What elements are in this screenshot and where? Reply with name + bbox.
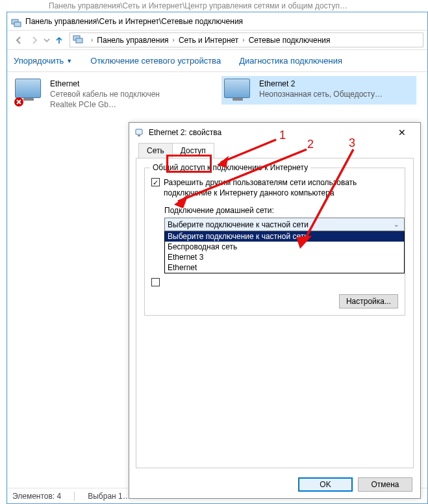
item-count: Элементов: 4 — [12, 492, 61, 501]
connection-item-ethernet[interactable]: Ethernet Сетевой кабель не подключен Rea… — [15, 79, 210, 110]
ok-button[interactable]: OK — [298, 477, 353, 492]
combo-option[interactable]: Выберите подключение к частной сети — [165, 231, 404, 242]
adapter-icon — [224, 79, 253, 102]
chevron-right-icon: › — [242, 36, 244, 44]
dialog-tabs: Сеть Доступ — [129, 143, 420, 158]
group-legend: Общий доступ к подключению к Интернету — [150, 163, 310, 172]
dialog-buttons: OK Отмена — [298, 477, 412, 492]
diagnose-button[interactable]: Диагностика подключения — [239, 56, 342, 66]
adapter-icon — [15, 79, 44, 102]
window-titlebar: Панель управления\Сеть и Интернет\Сетевы… — [7, 12, 427, 31]
connection-status: Неопознанная сеть, Общедосту… — [259, 89, 383, 99]
connection-name: Ethernet — [50, 79, 160, 89]
breadcrumb-bar[interactable]: › Панель управления › Сеть и Интернет › … — [69, 32, 423, 47]
status-separator — [74, 492, 75, 501]
dialog-panel: Общий доступ к подключению к Интернету ✓… — [136, 158, 414, 468]
chevron-right-icon: › — [173, 36, 175, 44]
connection-status: Сетевой кабель не подключен — [50, 89, 160, 99]
chevron-right-icon: › — [91, 36, 93, 44]
disable-device-button[interactable]: Отключение сетевого устройства — [90, 56, 221, 66]
combo-dropdown-list: Выберите подключение к частной сети Бесп… — [164, 231, 405, 273]
close-button[interactable]: ✕ — [389, 123, 415, 142]
home-network-label: Подключение домашней сети: — [164, 206, 398, 215]
allow-sharing-label: Разрешить другим пользователям сети испо… — [164, 177, 398, 198]
combo-box[interactable]: Выберите подключение к частной сети ⌄ — [164, 218, 405, 231]
nav-forward-button — [27, 32, 42, 48]
svg-rect-6 — [138, 135, 140, 136]
dialog-titlebar: Ethernet 2: свойства ✕ — [129, 123, 420, 142]
combo-option[interactable]: Ethernet 3 — [165, 252, 404, 262]
allow-sharing-checkbox[interactable]: ✓ — [151, 178, 160, 186]
nav-recent-dropdown[interactable] — [42, 32, 51, 48]
breadcrumb-segment[interactable]: Сетевые подключения — [249, 36, 331, 45]
nav-up-button[interactable] — [51, 32, 67, 48]
network-connections-icon — [11, 16, 21, 34]
close-icon: ✕ — [398, 127, 406, 138]
window-title-text: Панель управления\Сеть и Интернет\Сетевы… — [25, 17, 243, 26]
settings-button[interactable]: Настройка... — [339, 294, 398, 309]
disconnected-x-icon — [14, 97, 24, 107]
background-window-title-text: Панель управления\Сеть и Интернет\Центр … — [49, 1, 347, 10]
breadcrumb-segment[interactable]: Панель управления — [97, 36, 168, 45]
combo-option[interactable]: Ethernet — [165, 262, 404, 273]
chevron-down-icon: ▼ — [66, 58, 72, 64]
connection-item-ethernet2[interactable]: Ethernet 2 Неопознанная сеть, Общедосту… — [221, 76, 416, 105]
network-connections-icon — [73, 34, 83, 46]
allow-sharing-row: ✓ Разрешить другим пользователям сети ис… — [151, 177, 398, 198]
combo-selected-value: Выберите подключение к частной сети — [168, 220, 308, 229]
organize-menu[interactable]: Упорядочить ▼ — [14, 56, 72, 66]
combo-option[interactable]: Беспроводная сеть — [165, 242, 404, 252]
tab-network[interactable]: Сеть — [138, 143, 173, 158]
selected-count: Выбран 1… — [88, 492, 130, 501]
second-checkbox-row — [151, 277, 398, 286]
cancel-button[interactable]: Отмена — [358, 477, 412, 492]
settings-button-row: Настройка... — [151, 294, 398, 309]
adapter-small-icon — [134, 127, 145, 139]
address-bar-row: › Панель управления › Сеть и Интернет › … — [7, 31, 427, 50]
command-bar: Упорядочить ▼ Отключение сетевого устрой… — [7, 50, 427, 72]
connection-name: Ethernet 2 — [259, 79, 383, 89]
chevron-down-icon: ⌄ — [391, 221, 401, 228]
svg-rect-1 — [14, 22, 21, 27]
svg-rect-3 — [76, 38, 82, 43]
home-network-combo: Выберите подключение к частной сети ⌄ Вы… — [164, 218, 405, 273]
svg-rect-5 — [136, 129, 142, 134]
connection-device: Realtek PCIe Gb… — [50, 99, 160, 110]
properties-dialog: Ethernet 2: свойства ✕ Сеть Доступ Общий… — [129, 122, 421, 499]
background-window-title: Панель управления\Сеть и Интернет\Центр … — [49, 0, 428, 12]
ics-group: Общий доступ к подключению к Интернету ✓… — [144, 168, 405, 316]
nav-back-button[interactable] — [11, 32, 27, 48]
organize-label: Упорядочить — [14, 56, 64, 66]
breadcrumb-segment[interactable]: Сеть и Интернет — [179, 36, 238, 45]
tab-sharing[interactable]: Доступ — [172, 143, 214, 158]
dialog-title-text: Ethernet 2: свойства — [149, 128, 221, 137]
allow-control-checkbox[interactable] — [151, 278, 160, 286]
